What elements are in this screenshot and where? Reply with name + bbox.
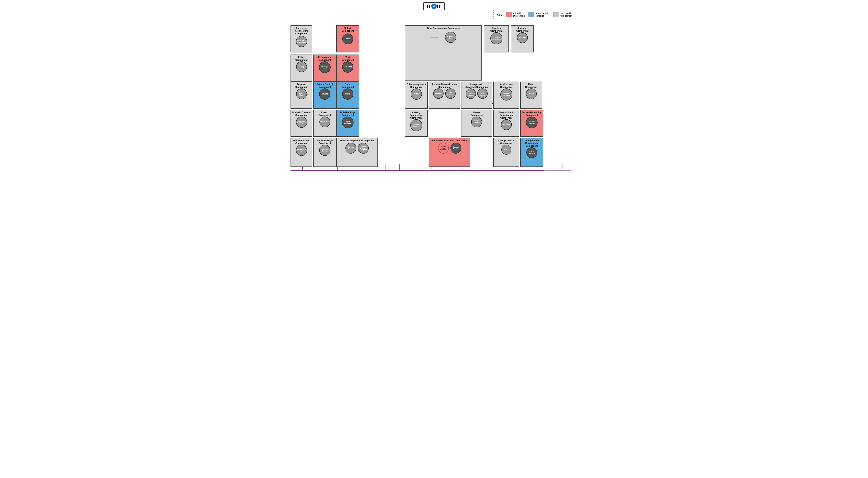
cb-contract-node: Charge-backContract: [466, 88, 476, 99]
om-component: Offer Management Component Offer: [405, 82, 428, 109]
incident-node: Incident: [517, 32, 528, 43]
proposal-comp-title: ProposalComponent: [295, 83, 307, 88]
policy-node: Policy: [296, 61, 307, 72]
bp-comp-title: Build Package Component: [337, 111, 358, 117]
rfc-node: RFC: [501, 145, 512, 155]
cc-component: Catalog Composition Component Service Ca…: [405, 110, 428, 137]
key-item-gray: Not used inthis context: [553, 12, 572, 17]
bp-component: Build Package Component Build Package: [336, 110, 359, 137]
event-node: Event: [526, 88, 537, 99]
cb-comp-title: Chargeback/Showback Component: [465, 83, 488, 88]
sc-component: Source Control Component Source: [313, 82, 336, 109]
shopping-cart-node: Shopping Cart: [445, 32, 456, 43]
svcmon-component: Service Monitoring Component Service Mon…: [520, 110, 543, 137]
rr-component: Request Rationalization Component Reques…: [429, 82, 460, 109]
cc-comp-title: Catalog Composition Component: [406, 111, 427, 119]
logo-it2: IT: [437, 3, 441, 9]
page-wrapper: IT 4 IT Key Added inthis context Added i…: [288, 0, 580, 173]
sc-comp-title: Source Control Component: [314, 83, 335, 88]
key-text-pink: Added inthis context: [513, 12, 525, 17]
subscription-node: Sub-scription: [445, 88, 456, 99]
actual-svc-node: Actual Service: [526, 147, 537, 158]
key-text-blue: Added in priorcontexts: [535, 12, 550, 17]
key-label: Key: [497, 13, 502, 17]
sl-comp-title: Service LevelComponent: [499, 83, 513, 88]
incident-component: IncidentComponent Incident: [511, 25, 534, 53]
incident-comp-title: IncidentComponent: [516, 27, 528, 32]
change-component: Change Control Component RFC: [493, 138, 519, 167]
svcdesign-component: Service Design Component Logical Service: [313, 138, 336, 167]
purple-service-line: [290, 170, 544, 171]
change-comp-title: Change Control Component: [494, 139, 518, 145]
policy-comp-title: PolicyComponent: [295, 56, 307, 61]
offer-node: Offer: [411, 88, 422, 100]
header: IT 4 IT: [290, 2, 578, 10]
problem-comp-title: ProblemComponent: [490, 27, 502, 32]
usage-comp-title: UsageComponent: [471, 111, 483, 117]
om-comp-title: Offer Management Component: [406, 83, 427, 88]
fe-component: Fulfillment Execution Component Fulfill-…: [429, 138, 470, 167]
relcomp-component: Release Composition Component Service Re…: [336, 138, 378, 167]
sce-node: Service Catalog Entry: [410, 119, 422, 131]
srb-node: Service Release Blueprint: [358, 143, 369, 154]
svcport-component: Service Portfolio Component Conceptual S…: [290, 138, 312, 167]
run-book-node: Run Book: [501, 119, 512, 130]
project-component: ProjectComponent IT Initiative: [313, 110, 336, 137]
relcomp-comp-title: Release Composition Component: [340, 139, 374, 142]
cb-record-node: Charge-backRecord: [477, 88, 488, 99]
usage-component: UsageComponent Usage Record: [461, 110, 492, 137]
portfolio-component: Portfolio Demand Component Portfolio Bac…: [290, 110, 312, 137]
logo-it1: IT: [427, 3, 431, 9]
cb-component: Chargeback/Showback Component Charge-bac…: [461, 82, 492, 109]
sl-component: Service LevelComponent Service Contract: [493, 82, 519, 109]
portfolio-backlog-node: Portfolio Backlog Item: [296, 117, 307, 128]
proposal-component: ProposalComponent Scope Agree-ment: [290, 82, 312, 109]
req-comp-title: RequirementComponent: [318, 56, 332, 61]
test-comp-title: TestComponent: [342, 56, 354, 61]
key-swatch-gray: [553, 12, 559, 17]
ea-component: Enterprise Architecture Component Enterp…: [290, 25, 312, 53]
svcmon-node: Service Monitor: [526, 117, 537, 128]
svcmon-comp-title: Service Monitoring Component: [521, 111, 542, 117]
problem-node: Problem, Known Error: [490, 32, 502, 44]
defect-comp-title: DefectComponent: [342, 27, 354, 32]
build-component: BuildComponent Build: [336, 82, 359, 109]
rr-comp-title: Request Rationalization Component: [430, 83, 459, 88]
problem-component: ProblemComponent Problem, Known Error: [484, 25, 509, 53]
policy-component: PolicyComponent Policy: [290, 55, 312, 82]
key-swatch-pink: [506, 12, 512, 17]
defect-component: DefectComponent Defect: [336, 25, 359, 53]
ea-comp-title: Enterprise Architecture Component: [291, 27, 311, 35]
svc-contract-node: Service Contract: [500, 88, 513, 100]
occ-component: Offer Consumption Component Shopping Car…: [405, 25, 482, 81]
logo: IT 4 IT: [424, 2, 444, 10]
logical-svc-node: Logical Service: [319, 145, 331, 156]
bp-node: Build Package: [342, 117, 353, 128]
key-item-blue: Added in priorcontexts: [528, 12, 550, 17]
diag-comp-title: Diagnostics & Remediation Component: [494, 111, 518, 119]
fulfillment-req-node: Fulfill-mentRequest: [438, 143, 449, 154]
svc-release-node: Service Release: [345, 143, 356, 154]
build-node: Build: [342, 88, 353, 100]
diag-component: Diagnostics & Remediation Component Run …: [493, 110, 519, 137]
it-initiative-node: IT Initiative: [319, 117, 330, 127]
event-component: EventComponent Event: [520, 82, 542, 109]
defect-node: Defect: [342, 33, 353, 44]
occ-comp-title: Offer Consumption Component: [427, 27, 460, 30]
test-node: Test Case: [342, 61, 353, 72]
svcport-comp-title: Service Portfolio Component: [291, 139, 311, 145]
build-comp-title: BuildComponent: [342, 83, 354, 88]
usage-record-node: Usage Record: [471, 117, 482, 127]
diagram-container: Enterprise Architecture Component Enterp…: [290, 13, 573, 171]
key-legend: Key Added inthis context Added in priorc…: [493, 10, 576, 19]
key-item-pink: Added inthis context: [506, 12, 525, 17]
desired-svc-node: Desired Service: [451, 143, 461, 154]
ea-node: Enterprise Architecture: [296, 36, 307, 47]
key-text-gray: Not used inthis context: [560, 12, 572, 17]
key-swatch-blue: [528, 12, 534, 17]
svcdesign-comp-title: Service Design Component: [314, 139, 335, 145]
source-node: Source: [319, 88, 331, 100]
fe-comp-title: Fulfillment Execution Component: [432, 139, 467, 142]
test-component: TestComponent Test Case: [336, 55, 359, 82]
req-node: Require-ment: [319, 61, 331, 73]
